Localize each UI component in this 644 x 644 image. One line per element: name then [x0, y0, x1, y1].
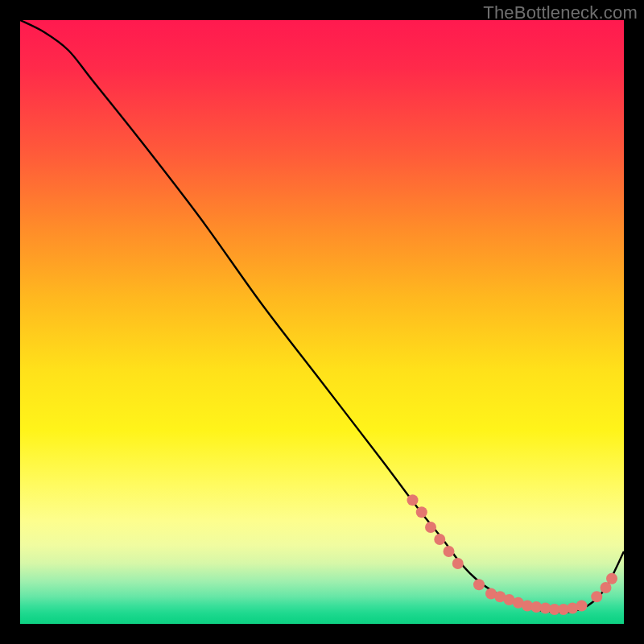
curve-layer	[20, 20, 624, 624]
marker-left-cluster-5	[444, 546, 455, 557]
marker-bottom-3	[494, 591, 506, 602]
marker-bottom-8	[540, 603, 551, 614]
marker-bottom-12	[576, 601, 588, 612]
marker-bottom-1	[473, 579, 485, 590]
marker-right-cluster-1	[591, 591, 602, 602]
chart-stage: TheBottleneck.com	[0, 0, 644, 644]
plot-area	[20, 20, 624, 624]
marker-bottom-11	[567, 603, 578, 614]
marker-left-cluster-3	[425, 522, 436, 533]
marker-left-cluster-1	[407, 494, 419, 506]
marker-left-cluster-4	[434, 534, 445, 545]
marker-left-cluster-6	[452, 558, 464, 569]
marker-bottom-2	[485, 588, 497, 600]
marker-right-cluster-3	[606, 573, 617, 584]
marker-bottom-10	[558, 604, 569, 615]
marker-layer	[407, 494, 618, 615]
marker-bottom-9	[549, 604, 560, 615]
marker-left-cluster-2	[416, 506, 427, 518]
marker-bottom-7	[530, 601, 542, 613]
marker-bottom-6	[522, 601, 533, 612]
marker-bottom-4	[504, 594, 515, 605]
bottleneck-curve	[20, 20, 624, 613]
marker-right-cluster-2	[601, 582, 612, 593]
marker-bottom-5	[513, 597, 524, 609]
